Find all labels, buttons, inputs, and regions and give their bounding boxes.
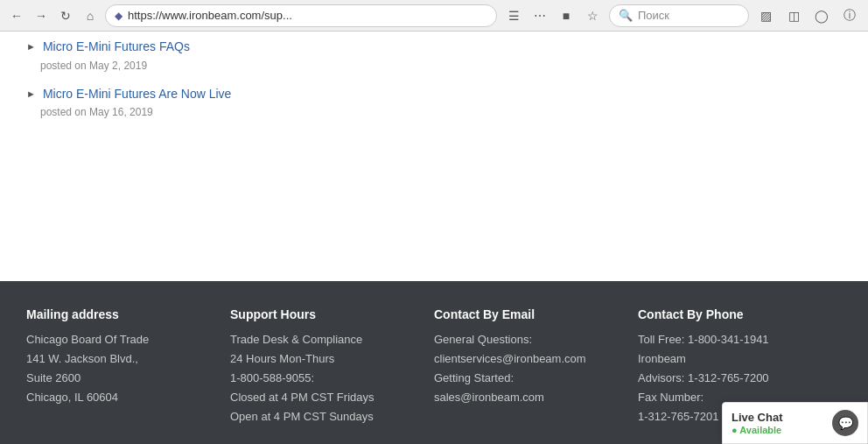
search-box[interactable]: 🔍 Поиск xyxy=(609,4,749,27)
mailing-line2: 141 W. Jackson Blvd., xyxy=(26,352,138,365)
article-date-2: posted on May 16, 2019 xyxy=(26,106,842,118)
home-button[interactable]: ⌂ xyxy=(80,6,100,25)
phone-line4: Fax Number: xyxy=(638,391,704,404)
library-button[interactable]: ▨ xyxy=(754,4,777,27)
support-line4: Closed at 4 PM CST Fridays xyxy=(230,391,374,404)
footer-email-col: Contact By Email General Questions: clie… xyxy=(434,307,638,426)
search-placeholder: Поиск xyxy=(638,9,669,22)
url-text: https://www.ironbeam.com/sup... xyxy=(128,9,292,22)
mailing-line1: Chicago Board Of Trade xyxy=(26,333,149,346)
footer-phone-heading: Contact By Phone xyxy=(638,307,824,321)
arrow-icon-1: ► xyxy=(26,40,36,53)
reload-button[interactable]: ↻ xyxy=(56,6,75,25)
mailing-line3: Suite 2600 xyxy=(26,371,80,384)
arrow-icon-2: ► xyxy=(26,88,36,101)
shield-button[interactable]: ■ xyxy=(555,4,578,27)
shield-icon: ◆ xyxy=(115,10,122,22)
email-line3: Getting Started: xyxy=(434,371,514,384)
available-text: Available xyxy=(739,425,781,435)
available-dot: ● xyxy=(732,425,738,435)
email-link-1[interactable]: clientservices@ironbeam.com xyxy=(434,352,586,365)
phone-line2: Ironbeam xyxy=(638,352,686,365)
account-button[interactable]: ◯ xyxy=(810,4,833,27)
mailing-line4: Chicago, IL 60604 xyxy=(26,391,118,404)
help-button[interactable]: ⓘ xyxy=(838,4,861,27)
support-line1: Trade Desk & Compliance xyxy=(230,333,362,346)
article-link-2[interactable]: ► Micro E-Mini Futures Are Now Live xyxy=(26,86,842,103)
footer-support-heading: Support Hours xyxy=(230,307,416,321)
article-link-1[interactable]: ► Micro E-Mini Futures FAQs xyxy=(26,39,842,56)
reader-view-button[interactable]: ☰ xyxy=(502,4,525,27)
live-chat-title: Live Chat xyxy=(732,411,783,426)
back-button[interactable]: ← xyxy=(7,6,26,25)
footer-email-heading: Contact By Email xyxy=(434,307,620,321)
support-line5: Open at 4 PM CST Sundays xyxy=(230,410,374,423)
address-bar[interactable]: ◆ https://www.ironbeam.com/sup... xyxy=(105,4,497,27)
footer-mailing-heading: Mailing address xyxy=(26,307,213,321)
support-line2: 24 Hours Mon-Thurs xyxy=(230,352,334,365)
bookmark-button[interactable]: ☆ xyxy=(581,4,604,27)
support-line3: 1-800-588-9055: xyxy=(230,371,314,384)
phone-line1: Toll Free: 1-800-341-1941 xyxy=(638,333,769,346)
footer-mailing-col: Mailing address Chicago Board Of Trade 1… xyxy=(26,307,230,426)
live-chat-text: Live Chat ● Available xyxy=(732,411,783,436)
sidebar-button[interactable]: ◫ xyxy=(782,4,805,27)
phone-line3: Advisors: 1-312-765-7200 xyxy=(638,371,769,384)
phone-line5: 1-312-765-7201 xyxy=(638,410,719,423)
main-section: ► Micro E-Mini Futures FAQs posted on Ma… xyxy=(0,32,868,281)
article-title-2: Micro E-Mini Futures Are Now Live xyxy=(43,86,232,103)
article-title-1: Micro E-Mini Futures FAQs xyxy=(43,39,190,56)
search-icon: 🔍 xyxy=(619,9,633,22)
footer-support-col: Support Hours Trade Desk & Compliance 24… xyxy=(230,307,434,426)
browser-actions: ☰ ⋯ ■ ☆ xyxy=(502,4,604,27)
email-line1: General Questions: xyxy=(434,333,532,346)
article-item-1: ► Micro E-Mini Futures FAQs posted on Ma… xyxy=(26,32,842,79)
live-chat-status: ● Available xyxy=(732,425,783,435)
live-chat-icon: 💬 xyxy=(832,410,858,436)
article-date-1: posted on May 2, 2019 xyxy=(26,60,842,72)
forward-button[interactable]: → xyxy=(32,6,51,25)
email-link-2[interactable]: sales@ironbeam.com xyxy=(434,391,544,404)
chat-bubble-icon: 💬 xyxy=(838,416,853,430)
browser-chrome: ← → ↻ ⌂ ◆ https://www.ironbeam.com/sup..… xyxy=(0,0,868,32)
footer: Mailing address Chicago Board Of Trade 1… xyxy=(0,281,868,444)
live-chat-widget[interactable]: Live Chat ● Available 💬 xyxy=(722,402,868,444)
article-item-2: ► Micro E-Mini Futures Are Now Live post… xyxy=(26,79,842,126)
more-button[interactable]: ⋯ xyxy=(528,4,551,27)
page-content: ► Micro E-Mini Futures FAQs posted on Ma… xyxy=(0,32,868,444)
